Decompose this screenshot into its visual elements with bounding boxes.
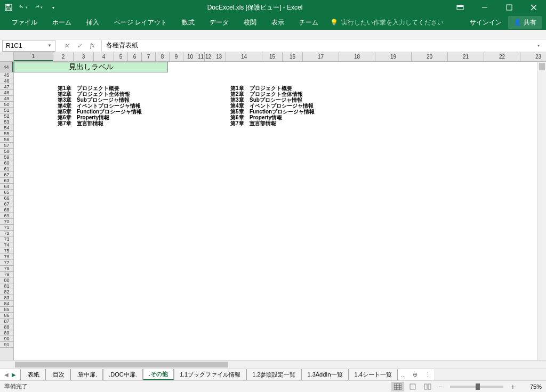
row-header[interactable]: 46 [0, 78, 13, 84]
row-header[interactable]: 74 [0, 242, 13, 248]
tab-nav-next-icon[interactable]: ▶ [12, 372, 16, 378]
sheet-tab[interactable]: 1.1ブックファイル情報 [174, 369, 246, 380]
tab-page-layout[interactable]: ページ レイアウト [107, 15, 174, 30]
column-header[interactable]: 14 [226, 52, 262, 61]
column-header[interactable]: 12 [205, 52, 212, 61]
zoom-slider[interactable] [450, 386, 503, 388]
row-header[interactable]: 89 [0, 330, 13, 336]
sheet-tab[interactable]: 1.2参照設定一覧 [246, 369, 301, 380]
expand-formula-icon[interactable]: ▾ [535, 43, 542, 48]
row-header[interactable]: 57 [0, 143, 13, 149]
row-header[interactable]: 63 [0, 178, 13, 184]
undo-icon[interactable]: ▾ [19, 3, 28, 12]
column-header[interactable]: 11 [197, 52, 205, 61]
column-header[interactable]: 19 [375, 52, 412, 61]
column-header[interactable]: 8 [156, 52, 170, 61]
column-header[interactable]: 3 [74, 52, 94, 61]
close-icon[interactable] [521, 0, 546, 15]
tab-data[interactable]: データ [202, 15, 236, 30]
row-header[interactable]: 53 [0, 119, 13, 125]
tab-nav-prev-icon[interactable]: ◀ [4, 372, 9, 378]
row-header[interactable]: 56 [0, 137, 13, 143]
tab-home[interactable]: ホーム [45, 15, 79, 30]
row-header[interactable]: 61 [0, 166, 13, 172]
row-header[interactable]: 67 [0, 201, 13, 207]
row-header[interactable]: 49 [0, 96, 13, 102]
page-layout-view-icon[interactable] [406, 382, 419, 391]
column-header[interactable]: 1 [14, 52, 53, 61]
save-icon[interactable] [4, 3, 13, 12]
name-box[interactable]: R1C1 ▼ [2, 40, 55, 52]
row-header[interactable]: 66 [0, 195, 13, 201]
maximize-icon[interactable] [497, 0, 521, 15]
sheet-tab[interactable]: .表紙 [20, 369, 45, 380]
qat-customize-icon[interactable]: ▾ [49, 3, 58, 12]
column-header[interactable]: 15 [262, 52, 283, 61]
sheet-tab[interactable]: 1.4シート一覧 [349, 369, 398, 380]
tab-view[interactable]: 表示 [264, 15, 292, 30]
row-header[interactable]: 82 [0, 289, 13, 295]
formula-input[interactable]: 各種背表紙 ▾ [102, 40, 546, 52]
column-header[interactable]: 5 [114, 52, 128, 61]
row-header[interactable]: 55 [0, 131, 13, 137]
row-header[interactable]: 71 [0, 225, 13, 231]
column-header[interactable]: 23 [520, 52, 546, 61]
enter-formula-icon[interactable]: ✓ [74, 40, 85, 52]
row-header[interactable]: 81 [0, 283, 13, 289]
zoom-out-button[interactable]: − [436, 382, 445, 391]
cancel-formula-icon[interactable]: ✕ [61, 40, 73, 52]
column-header[interactable]: 18 [339, 52, 375, 61]
row-header[interactable]: 76 [0, 254, 13, 260]
column-header[interactable]: 4 [94, 52, 114, 61]
fx-icon[interactable]: fx [86, 40, 98, 52]
column-header[interactable]: 9 [170, 52, 183, 61]
row-header[interactable]: 60 [0, 160, 13, 166]
row-header[interactable]: 50 [0, 102, 13, 108]
row-header[interactable]: 75 [0, 248, 13, 254]
row-header[interactable]: 45 [0, 72, 13, 78]
column-header[interactable]: 22 [484, 52, 520, 61]
tab-team[interactable]: チーム [292, 15, 326, 30]
tab-options-icon[interactable]: ⋮ [422, 369, 435, 380]
vertical-scrollbar[interactable] [537, 62, 546, 360]
column-header[interactable]: 10 [183, 52, 197, 61]
tab-more-indicator[interactable]: ... [398, 369, 409, 380]
row-header[interactable]: 90 [0, 336, 13, 342]
grid-cells[interactable]: 見出しラベル 第1章プロジェクト概要第2章プロジェクト全体情報第3章Subプロシ… [14, 62, 546, 360]
row-header[interactable]: 78 [0, 266, 13, 272]
row-header[interactable]: 72 [0, 231, 13, 236]
row-header[interactable]: 58 [0, 149, 13, 154]
row-header[interactable]: 80 [0, 277, 13, 283]
scrollbar-thumb[interactable] [15, 362, 228, 368]
zoom-in-button[interactable]: + [509, 382, 517, 391]
heading-label-cell[interactable]: 見出しラベル [14, 62, 168, 72]
chevron-down-icon[interactable]: ▼ [47, 43, 52, 48]
page-break-view-icon[interactable] [421, 382, 434, 391]
row-header[interactable]: 47 [0, 84, 13, 90]
select-all-corner[interactable] [0, 52, 14, 61]
row-header[interactable]: 83 [0, 295, 13, 301]
row-header[interactable]: 73 [0, 236, 13, 242]
row-header[interactable]: 65 [0, 190, 13, 195]
column-header[interactable]: 21 [448, 52, 484, 61]
zoom-level[interactable]: 75% [519, 383, 542, 390]
tab-review[interactable]: 校閲 [236, 15, 264, 30]
row-header[interactable]: 87 [0, 318, 13, 324]
row-header[interactable]: 48 [0, 90, 13, 96]
tab-formulas[interactable]: 数式 [174, 15, 202, 30]
row-header[interactable]: 79 [0, 272, 13, 277]
row-header[interactable]: 44 [0, 62, 13, 72]
row-header[interactable]: 70 [0, 219, 13, 225]
row-header[interactable]: 88 [0, 324, 13, 330]
column-header[interactable]: 2 [53, 52, 74, 61]
tell-me-search[interactable]: 💡 実行したい作業を入力してください [330, 18, 444, 27]
sheet-tab[interactable]: .その他 [143, 369, 174, 380]
tab-file[interactable]: ファイル [4, 15, 45, 30]
column-header[interactable]: 6 [128, 52, 142, 61]
tab-insert[interactable]: 挿入 [79, 15, 107, 30]
ribbon-display-icon[interactable] [448, 0, 472, 15]
row-header[interactable]: 59 [0, 154, 13, 160]
signin-link[interactable]: サインイン [470, 18, 502, 27]
minimize-icon[interactable] [472, 0, 497, 15]
column-header[interactable]: 16 [283, 52, 303, 61]
